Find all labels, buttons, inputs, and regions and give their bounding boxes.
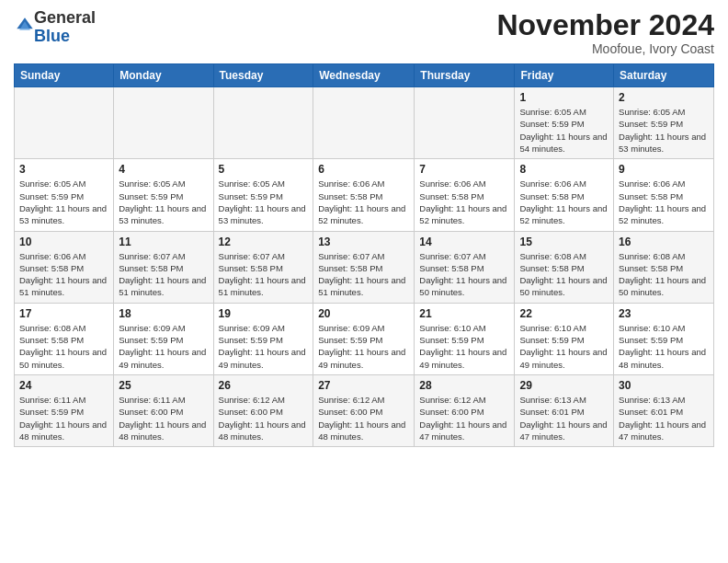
header-tuesday: Tuesday bbox=[213, 64, 313, 87]
table-cell: 28Sunrise: 6:12 AMSunset: 6:00 PMDayligh… bbox=[415, 374, 515, 446]
day-number: 2 bbox=[619, 91, 709, 104]
day-number: 10 bbox=[19, 236, 108, 248]
day-number: 24 bbox=[19, 379, 108, 392]
day-info: Sunrise: 6:09 AMSunset: 5:59 PMDaylight:… bbox=[119, 322, 208, 371]
day-number: 15 bbox=[519, 236, 609, 248]
table-cell: 10Sunrise: 6:06 AMSunset: 5:58 PMDayligh… bbox=[15, 231, 114, 303]
day-number: 27 bbox=[318, 379, 409, 392]
table-cell: 22Sunrise: 6:10 AMSunset: 5:59 PMDayligh… bbox=[515, 303, 614, 374]
week-row-4: 24Sunrise: 6:11 AMSunset: 5:59 PMDayligh… bbox=[15, 374, 714, 446]
table-cell: 5Sunrise: 6:05 AMSunset: 5:59 PMDaylight… bbox=[213, 159, 313, 231]
table-cell bbox=[114, 87, 213, 159]
day-info: Sunrise: 6:07 AMSunset: 5:58 PMDaylight:… bbox=[119, 250, 208, 299]
day-number: 29 bbox=[519, 379, 609, 392]
table-cell: 7Sunrise: 6:06 AMSunset: 5:58 PMDaylight… bbox=[415, 159, 515, 231]
table-cell: 25Sunrise: 6:11 AMSunset: 6:00 PMDayligh… bbox=[114, 374, 213, 446]
day-info: Sunrise: 6:06 AMSunset: 5:58 PMDaylight:… bbox=[619, 178, 709, 226]
day-number: 7 bbox=[419, 163, 509, 176]
day-number: 16 bbox=[619, 236, 709, 248]
table-cell: 13Sunrise: 6:07 AMSunset: 5:58 PMDayligh… bbox=[313, 231, 415, 303]
table-cell: 26Sunrise: 6:12 AMSunset: 6:00 PMDayligh… bbox=[213, 374, 313, 446]
day-info: Sunrise: 6:10 AMSunset: 5:59 PMDaylight:… bbox=[419, 322, 509, 371]
week-row-0: 1Sunrise: 6:05 AMSunset: 5:59 PMDaylight… bbox=[15, 87, 714, 159]
day-info: Sunrise: 6:10 AMSunset: 5:59 PMDaylight:… bbox=[619, 322, 709, 371]
table-cell: 24Sunrise: 6:11 AMSunset: 5:59 PMDayligh… bbox=[15, 374, 114, 446]
header-sunday: Sunday bbox=[15, 64, 114, 87]
day-number: 1 bbox=[519, 91, 609, 104]
week-row-1: 3Sunrise: 6:05 AMSunset: 5:59 PMDaylight… bbox=[15, 159, 714, 231]
day-number: 13 bbox=[318, 236, 409, 248]
title-area: November 2024 Moofoue, Ivory Coast bbox=[496, 9, 714, 56]
table-cell: 6Sunrise: 6:06 AMSunset: 5:58 PMDaylight… bbox=[313, 159, 415, 231]
day-info: Sunrise: 6:05 AMSunset: 5:59 PMDaylight:… bbox=[519, 106, 609, 155]
table-cell: 16Sunrise: 6:08 AMSunset: 5:58 PMDayligh… bbox=[614, 231, 714, 303]
table-cell: 21Sunrise: 6:10 AMSunset: 5:59 PMDayligh… bbox=[415, 303, 515, 374]
day-number: 26 bbox=[219, 379, 309, 392]
day-info: Sunrise: 6:05 AMSunset: 5:59 PMDaylight:… bbox=[219, 178, 309, 226]
logo-icon bbox=[16, 17, 34, 35]
day-number: 4 bbox=[119, 163, 208, 176]
day-info: Sunrise: 6:08 AMSunset: 5:58 PMDaylight:… bbox=[19, 322, 108, 371]
table-cell bbox=[15, 87, 114, 159]
table-cell: 27Sunrise: 6:12 AMSunset: 6:00 PMDayligh… bbox=[313, 374, 415, 446]
day-number: 9 bbox=[619, 163, 709, 176]
table-cell bbox=[313, 87, 415, 159]
day-info: Sunrise: 6:08 AMSunset: 5:58 PMDaylight:… bbox=[619, 250, 709, 299]
table-cell: 15Sunrise: 6:08 AMSunset: 5:58 PMDayligh… bbox=[515, 231, 614, 303]
day-info: Sunrise: 6:07 AMSunset: 5:58 PMDaylight:… bbox=[318, 250, 409, 299]
day-number: 21 bbox=[419, 307, 509, 320]
day-info: Sunrise: 6:06 AMSunset: 5:58 PMDaylight:… bbox=[318, 178, 409, 226]
day-info: Sunrise: 6:12 AMSunset: 6:00 PMDaylight:… bbox=[318, 394, 409, 442]
table-cell: 4Sunrise: 6:05 AMSunset: 5:59 PMDaylight… bbox=[114, 159, 213, 231]
day-number: 18 bbox=[119, 307, 208, 320]
day-info: Sunrise: 6:05 AMSunset: 5:59 PMDaylight:… bbox=[619, 106, 709, 155]
header-thursday: Thursday bbox=[415, 64, 515, 87]
table-cell: 12Sunrise: 6:07 AMSunset: 5:58 PMDayligh… bbox=[213, 231, 313, 303]
day-number: 17 bbox=[19, 307, 108, 320]
logo: General Blue bbox=[14, 9, 96, 46]
logo-general-text: General bbox=[34, 8, 96, 27]
table-cell: 11Sunrise: 6:07 AMSunset: 5:58 PMDayligh… bbox=[114, 231, 213, 303]
day-info: Sunrise: 6:07 AMSunset: 5:58 PMDaylight:… bbox=[419, 250, 509, 299]
day-info: Sunrise: 6:05 AMSunset: 5:59 PMDaylight:… bbox=[19, 178, 108, 226]
day-number: 14 bbox=[419, 236, 509, 248]
day-info: Sunrise: 6:10 AMSunset: 5:59 PMDaylight:… bbox=[519, 322, 609, 371]
day-info: Sunrise: 6:06 AMSunset: 5:58 PMDaylight:… bbox=[519, 178, 609, 226]
day-number: 6 bbox=[318, 163, 409, 176]
day-info: Sunrise: 6:08 AMSunset: 5:58 PMDaylight:… bbox=[519, 250, 609, 299]
day-info: Sunrise: 6:11 AMSunset: 6:00 PMDaylight:… bbox=[119, 394, 208, 442]
day-info: Sunrise: 6:07 AMSunset: 5:58 PMDaylight:… bbox=[219, 250, 309, 299]
month-title: November 2024 bbox=[496, 9, 714, 41]
day-info: Sunrise: 6:05 AMSunset: 5:59 PMDaylight:… bbox=[119, 178, 208, 226]
day-info: Sunrise: 6:12 AMSunset: 6:00 PMDaylight:… bbox=[219, 394, 309, 442]
calendar: Sunday Monday Tuesday Wednesday Thursday… bbox=[14, 63, 714, 447]
table-cell: 18Sunrise: 6:09 AMSunset: 5:59 PMDayligh… bbox=[114, 303, 213, 374]
header-wednesday: Wednesday bbox=[313, 64, 415, 87]
day-number: 20 bbox=[318, 307, 409, 320]
day-number: 11 bbox=[119, 236, 208, 248]
day-number: 30 bbox=[619, 379, 709, 392]
day-info: Sunrise: 6:06 AMSunset: 5:58 PMDaylight:… bbox=[419, 178, 509, 226]
day-number: 19 bbox=[219, 307, 309, 320]
day-number: 23 bbox=[619, 307, 709, 320]
day-number: 25 bbox=[119, 379, 208, 392]
logo-blue-text: Blue bbox=[34, 27, 70, 45]
location: Moofoue, Ivory Coast bbox=[496, 41, 714, 56]
header-monday: Monday bbox=[114, 64, 213, 87]
day-info: Sunrise: 6:09 AMSunset: 5:59 PMDaylight:… bbox=[318, 322, 409, 371]
day-info: Sunrise: 6:13 AMSunset: 6:01 PMDaylight:… bbox=[619, 394, 709, 442]
day-info: Sunrise: 6:12 AMSunset: 6:00 PMDaylight:… bbox=[419, 394, 509, 442]
header-saturday: Saturday bbox=[614, 64, 714, 87]
day-info: Sunrise: 6:06 AMSunset: 5:58 PMDaylight:… bbox=[19, 250, 108, 299]
day-number: 5 bbox=[219, 163, 309, 176]
day-number: 3 bbox=[19, 163, 108, 176]
day-number: 22 bbox=[519, 307, 609, 320]
table-cell: 3Sunrise: 6:05 AMSunset: 5:59 PMDaylight… bbox=[15, 159, 114, 231]
day-info: Sunrise: 6:09 AMSunset: 5:59 PMDaylight:… bbox=[219, 322, 309, 371]
header-friday: Friday bbox=[515, 64, 614, 87]
day-info: Sunrise: 6:11 AMSunset: 5:59 PMDaylight:… bbox=[19, 394, 108, 442]
table-cell: 17Sunrise: 6:08 AMSunset: 5:58 PMDayligh… bbox=[15, 303, 114, 374]
table-cell: 23Sunrise: 6:10 AMSunset: 5:59 PMDayligh… bbox=[614, 303, 714, 374]
table-cell: 1Sunrise: 6:05 AMSunset: 5:59 PMDaylight… bbox=[515, 87, 614, 159]
week-row-2: 10Sunrise: 6:06 AMSunset: 5:58 PMDayligh… bbox=[15, 231, 714, 303]
